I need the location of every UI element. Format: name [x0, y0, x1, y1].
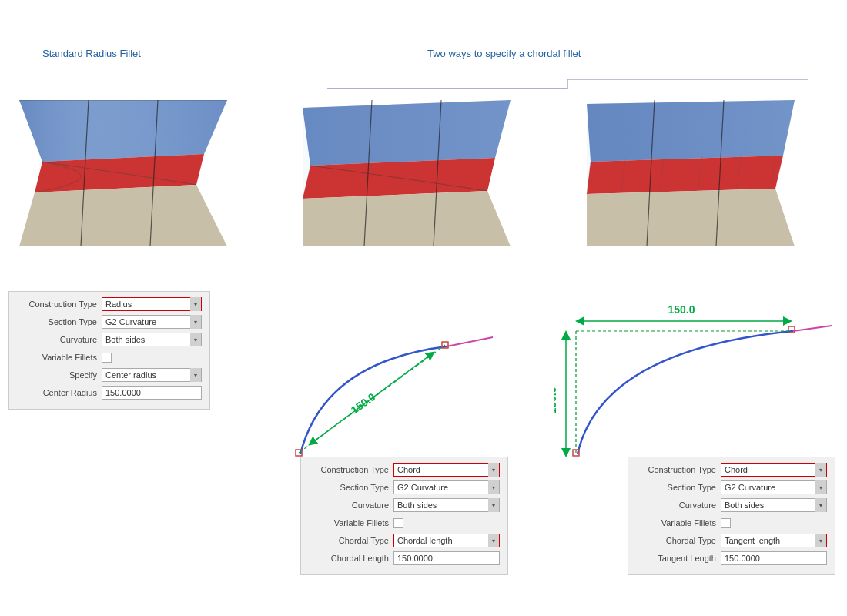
- svg-marker-15: [587, 100, 795, 162]
- svg-text:150.0: 150.0: [554, 387, 558, 413]
- p3-construction-type-label: Construction Type: [636, 465, 721, 474]
- p3-tangent-length-input[interactable]: 150.0000: [721, 551, 827, 565]
- p2-construction-type-row: Construction Type Chord ▾: [309, 462, 500, 477]
- p3-construction-type-arrow: ▾: [815, 463, 826, 477]
- p3-variable-fillets-checkbox[interactable]: [721, 518, 731, 528]
- chord-diagram: 150.0: [277, 300, 508, 470]
- specify-select[interactable]: Center radius ▾: [102, 368, 202, 382]
- svg-marker-8: [303, 100, 511, 166]
- svg-marker-10: [303, 191, 511, 246]
- p2-chordal-length-row: Chordal Length 150.0000: [309, 551, 500, 566]
- p2-chordal-length-input[interactable]: 150.0000: [393, 551, 500, 565]
- p2-curvature-label: Curvature: [309, 500, 393, 510]
- model-chordal-length: [303, 100, 511, 248]
- section-type-row: Section Type G2 Curvature ▾: [17, 314, 202, 330]
- curvature-arrow: ▾: [190, 333, 201, 346]
- p3-curvature-label: Curvature: [636, 500, 721, 510]
- panel-tangent: Construction Type Chord ▾ Section Type G…: [628, 457, 835, 575]
- p3-construction-type-select[interactable]: Chord ▾: [721, 463, 827, 477]
- p3-chordal-type-row: Chordal Type Tangent length ▾: [636, 533, 827, 548]
- p3-section-type-select[interactable]: G2 Curvature ▾: [721, 480, 827, 494]
- title-left: Standard Radius Fillet: [42, 48, 141, 59]
- p3-variable-fillets-row: Variable Fillets: [636, 515, 827, 531]
- p3-curvature-row: Curvature Both sides ▾: [636, 497, 827, 513]
- p3-chordal-type-arrow: ▾: [815, 534, 826, 547]
- specify-arrow: ▾: [190, 368, 201, 382]
- p3-construction-type-row: Construction Type Chord ▾: [636, 462, 827, 477]
- svg-marker-17: [587, 189, 795, 246]
- p2-curvature-row: Curvature Both sides ▾: [309, 497, 500, 513]
- variable-fillets-checkbox[interactable]: [102, 353, 112, 363]
- center-radius-label: Center Radius: [17, 388, 102, 397]
- p3-variable-fillets-label: Variable Fillets: [636, 518, 721, 527]
- construction-type-arrow: ▾: [190, 297, 201, 311]
- p2-construction-type-select[interactable]: Chord ▾: [393, 463, 500, 477]
- curvature-row: Curvature Both sides ▾: [17, 332, 202, 347]
- p3-curvature-select[interactable]: Both sides ▾: [721, 498, 827, 512]
- p3-section-type-arrow: ▾: [815, 480, 826, 494]
- p2-chordal-type-select[interactable]: Chordal length ▾: [393, 534, 500, 547]
- p3-section-type-row: Section Type G2 Curvature ▾: [636, 480, 827, 495]
- section-type-arrow: ▾: [190, 315, 201, 329]
- p2-chordal-type-arrow: ▾: [488, 534, 499, 547]
- title-center: Two ways to specify a chordal fillet: [427, 48, 581, 59]
- model-radius-fillet: [19, 100, 227, 248]
- p2-section-type-arrow: ▾: [488, 480, 499, 494]
- p3-tangent-length-label: Tangent Length: [636, 554, 721, 563]
- tangent-diagram: 150.0 150.0: [554, 273, 839, 477]
- variable-fillets-row: Variable Fillets: [17, 350, 202, 365]
- curvature-select[interactable]: Both sides ▾: [102, 333, 202, 346]
- p2-variable-fillets-label: Variable Fillets: [309, 518, 393, 527]
- p2-section-type-label: Section Type: [309, 483, 393, 492]
- p2-chordal-type-row: Chordal Type Chordal length ▾: [309, 533, 500, 548]
- brace-bracket: [320, 73, 816, 95]
- variable-fillets-label: Variable Fillets: [17, 353, 102, 362]
- svg-marker-1: [19, 100, 227, 162]
- center-radius-row: Center Radius 150.0000: [17, 385, 202, 400]
- p2-chordal-length-label: Chordal Length: [309, 554, 393, 563]
- section-type-select[interactable]: G2 Curvature ▾: [102, 315, 202, 329]
- svg-marker-16: [587, 156, 783, 194]
- p2-chordal-type-label: Chordal Type: [309, 536, 393, 545]
- specify-row: Specify Center radius ▾: [17, 367, 202, 383]
- specify-label: Specify: [17, 370, 102, 380]
- curvature-label: Curvature: [17, 335, 102, 344]
- construction-type-label: Construction Type: [17, 300, 102, 309]
- model-tangent-length: [587, 100, 795, 248]
- construction-type-row: Construction Type Radius ▾: [17, 296, 202, 312]
- p3-tangent-length-row: Tangent Length 150.0000: [636, 551, 827, 566]
- p2-curvature-select[interactable]: Both sides ▾: [393, 498, 500, 512]
- p2-construction-type-arrow: ▾: [488, 463, 499, 477]
- construction-type-select[interactable]: Radius ▾: [102, 297, 202, 311]
- p3-curvature-arrow: ▾: [815, 498, 826, 512]
- p2-curvature-arrow: ▾: [488, 498, 499, 512]
- center-radius-input[interactable]: 150.0000: [102, 386, 202, 400]
- p3-chordal-type-select[interactable]: Tangent length ▾: [721, 534, 827, 547]
- svg-text:150.0: 150.0: [349, 390, 378, 416]
- p2-variable-fillets-checkbox[interactable]: [393, 518, 403, 528]
- svg-marker-3: [19, 185, 227, 246]
- svg-text:150.0: 150.0: [668, 303, 695, 316]
- section-type-label: Section Type: [17, 317, 102, 326]
- panel-radius: Construction Type Radius ▾ Section Type …: [8, 291, 210, 410]
- panel-chordal: Construction Type Chord ▾ Section Type G…: [300, 457, 508, 575]
- p2-section-type-select[interactable]: G2 Curvature ▾: [393, 480, 500, 494]
- p3-section-type-label: Section Type: [636, 483, 721, 492]
- p2-construction-type-label: Construction Type: [309, 465, 393, 474]
- p2-section-type-row: Section Type G2 Curvature ▾: [309, 480, 500, 495]
- p3-chordal-type-label: Chordal Type: [636, 536, 721, 545]
- p2-variable-fillets-row: Variable Fillets: [309, 515, 500, 531]
